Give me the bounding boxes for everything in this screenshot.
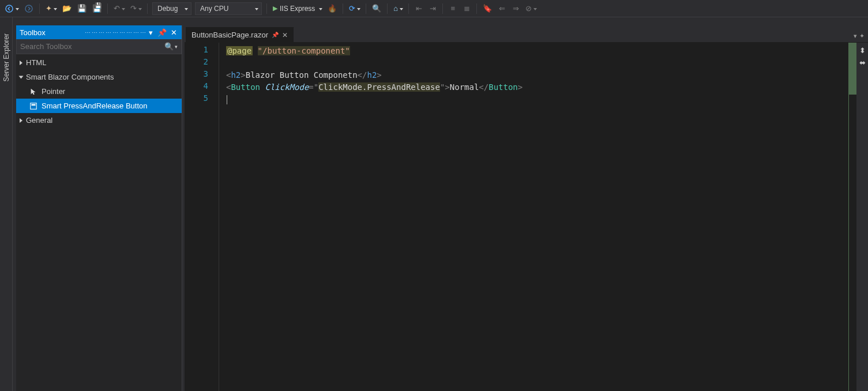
document-tab[interactable]: ButtonBasicPage.razor 📌 ✕ [186, 27, 294, 42]
browser-refresh-button[interactable]: ⟳ [347, 2, 362, 15]
toolbox-item-pointer[interactable]: Pointer [16, 84, 182, 99]
toolbox-titlebar[interactable]: Toolbox ⋯⋯⋯⋯⋯⋯⋯⋯⋯⋯⋯ ▾ 📌 ✕ [16, 25, 182, 39]
group-label: HTML [26, 58, 46, 67]
tab-label: ButtonBasicPage.razor [191, 31, 268, 39]
toolbox-item-smart-button[interactable]: Smart PressAndRelease Button [16, 99, 182, 113]
chevron-down-icon [16, 8, 19, 10]
undo-button[interactable]: ↶ [111, 2, 127, 15]
chevron-down-icon [400, 8, 403, 10]
close-icon[interactable]: ✕ [169, 28, 178, 37]
separator [107, 3, 108, 14]
chevron-down-icon [357, 8, 360, 10]
server-explorer-tab[interactable]: Server Explorer [1, 29, 12, 86]
separator [147, 3, 148, 14]
code-line [226, 57, 848, 69]
toolbox-search[interactable]: 🔍 ▾ [16, 39, 182, 54]
browser-icon: ⌂ [393, 4, 398, 13]
grip-dots: ⋯⋯⋯⋯⋯⋯⋯⋯⋯⋯⋯ [85, 29, 146, 36]
configuration-dropdown[interactable]: Debug [152, 2, 191, 15]
configuration-value: Debug [157, 5, 178, 13]
redo-icon: ↷ [130, 4, 137, 13]
svg-rect-3 [32, 104, 36, 106]
close-icon[interactable]: ✕ [282, 31, 288, 39]
code-editor[interactable]: @page "/button-component" <h2>Blazor But… [219, 43, 848, 391]
comment-button[interactable]: ≡ [446, 2, 459, 15]
indent-button[interactable]: ⇥ [426, 2, 439, 15]
chevron-down-icon [319, 8, 322, 10]
prev-bookmark-button[interactable]: ⇐ [495, 2, 508, 15]
toolbox-group-general[interactable]: General [16, 113, 182, 127]
outdent-button[interactable]: ⇤ [412, 2, 425, 15]
editor-body: 1 2 3 4 5 @page "/button-component" <h2>… [185, 43, 868, 391]
separator [476, 3, 477, 14]
line-number: 5 [185, 93, 208, 106]
chevron-down-icon[interactable]: ▾ [175, 44, 178, 50]
separator [408, 3, 409, 14]
svg-point-1 [25, 5, 32, 12]
folder-open-icon: 📂 [62, 4, 72, 13]
bookmark-icon: 🔖 [483, 4, 492, 13]
nav-forward-button[interactable] [22, 2, 36, 15]
line-number: 3 [185, 69, 208, 81]
overview-ruler[interactable] [848, 43, 856, 391]
save-all-button[interactable]: 💾💾 [90, 2, 104, 15]
platform-dropdown[interactable]: Any CPU [195, 2, 262, 15]
expand-icon [20, 61, 22, 65]
item-label: Smart PressAndRelease Button [42, 101, 148, 110]
browser-link-button[interactable]: ⌂ [391, 2, 405, 15]
save-icon: 💾 [77, 4, 87, 13]
run-button[interactable]: ▶ IIS Express [270, 2, 324, 15]
bookmark-clear-icon: ⊘ [525, 4, 532, 13]
save-button[interactable]: 💾 [75, 2, 89, 15]
separator [366, 3, 366, 14]
save-all-icon: 💾💾 [92, 4, 102, 13]
pointer-icon [29, 87, 38, 96]
fullscreen-icon[interactable]: ✦ [859, 32, 865, 40]
chevron-down-icon [54, 8, 57, 10]
toolbox-group-smart-blazor[interactable]: Smart Blazor Components [16, 70, 182, 84]
svg-point-0 [6, 5, 13, 12]
comment-icon: ≡ [450, 4, 455, 13]
redo-button[interactable]: ↷ [128, 2, 144, 15]
toolbox-search-input[interactable] [20, 42, 164, 51]
hot-reload-button[interactable]: 🔥 [325, 2, 339, 15]
uncomment-button[interactable]: ≣ [460, 2, 473, 15]
sparkle-icon: ✦ [46, 4, 52, 13]
platform-value: Any CPU [200, 5, 228, 13]
bookmark-next-icon: ⇒ [513, 4, 519, 13]
separator [442, 3, 443, 14]
svg-rect-2 [31, 103, 37, 109]
next-bookmark-button[interactable]: ⇒ [509, 2, 522, 15]
find-in-files-button[interactable]: 🔍 [370, 2, 384, 15]
bookmark-prev-icon: ⇐ [499, 4, 505, 13]
clear-bookmarks-button[interactable]: ⊘ [523, 2, 539, 15]
separator [266, 3, 267, 14]
main-toolbar: ✦ 📂 💾 💾💾 ↶ ↷ Debug Any CPU ▶ IIS Express… [0, 0, 868, 17]
toolbox-title-text: Toolbox [20, 28, 81, 37]
group-label: Smart Blazor Components [26, 73, 114, 81]
component-icon [29, 101, 38, 111]
separator [343, 3, 343, 14]
tab-overflow-icon[interactable]: ▾ [854, 32, 857, 40]
code-line: <h2>Blazor Button Componetn</h2> [226, 69, 848, 81]
split-vertical-icon[interactable]: ⬌ [859, 58, 866, 67]
play-icon: ▶ [273, 5, 277, 12]
run-target-label: IIS Express [280, 5, 315, 13]
item-label: Pointer [42, 87, 65, 96]
nav-back-button[interactable] [2, 2, 21, 15]
new-item-button[interactable]: ✦ [43, 2, 59, 15]
search-icon[interactable]: 🔍 [164, 42, 174, 51]
flame-icon: 🔥 [328, 4, 337, 13]
bookmark-button[interactable]: 🔖 [480, 2, 494, 15]
split-horizontal-icon[interactable]: ⬍ [859, 46, 866, 55]
toolbox-group-html[interactable]: HTML [16, 55, 182, 70]
pin-icon[interactable]: 📌 [272, 32, 279, 38]
open-file-button[interactable]: 📂 [60, 2, 74, 15]
window-position-icon[interactable]: ▾ [146, 28, 155, 37]
editor-tabstrip: ButtonBasicPage.razor 📌 ✕ ▾ ✦ [185, 25, 868, 43]
pin-icon[interactable]: 📌 [157, 28, 167, 37]
line-number: 2 [185, 57, 208, 69]
collapse-icon [19, 76, 24, 78]
indent-icon: ⇥ [430, 4, 436, 13]
separator [39, 3, 40, 14]
